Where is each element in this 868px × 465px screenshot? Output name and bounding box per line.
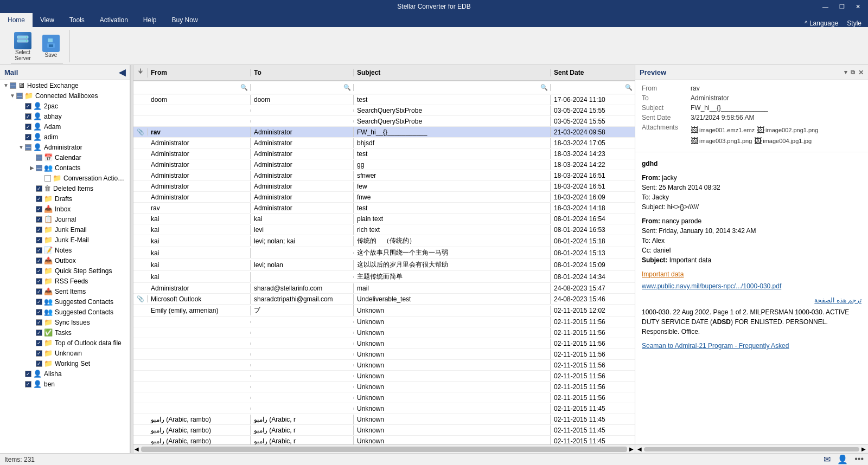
checkbox-junk1[interactable]: ✓ <box>36 227 42 233</box>
table-row[interactable]: Administrator Administrator fnwe 18-03-2… <box>133 192 635 203</box>
tree-item-notes[interactable]: ✓ 📝 Notes <box>0 245 130 255</box>
preview-close-icon[interactable]: ✕ <box>858 69 864 76</box>
checkbox-alisha[interactable]: ✓ <box>25 371 31 377</box>
table-row[interactable]: Emily (emily, armenian) ブ Unknown 02-11-… <box>133 305 635 317</box>
tree-item-rssfeeds[interactable]: ✓ 📁 RSS Feeds <box>0 276 130 286</box>
tab-tools[interactable]: Tools <box>62 13 92 27</box>
checkbox-contacts[interactable]: — <box>36 165 42 171</box>
checkbox-inbox[interactable]: ✓ <box>36 206 42 212</box>
table-row[interactable]: Unknown02-11-2015 11:56 <box>133 317 635 327</box>
tree-item-hosted[interactable]: ▼ — 🖥 Hosted Exchange <box>0 80 130 91</box>
more-options-button[interactable]: ••• <box>854 454 864 464</box>
tree-item-ben[interactable]: ✓ 👤 ben <box>0 379 130 389</box>
table-row[interactable]: Unknown02-11-2015 11:56 <box>133 382 635 392</box>
col-date-header[interactable]: Sent Date <box>551 69 635 76</box>
checkbox-quickstep[interactable]: ✓ <box>36 268 42 274</box>
checkbox-junk2[interactable]: ✓ <box>36 237 42 243</box>
tree-item-tasks[interactable]: ✓ ✅ Tasks <box>0 327 130 338</box>
close-button[interactable]: ✕ <box>852 3 864 10</box>
tree-item-syncissues[interactable]: ✓ 📁 Sync Issues <box>0 317 130 327</box>
table-row[interactable]: 📎 Microsoft Outlook sharadctripathi@gmai… <box>133 294 635 305</box>
tree-item-contacts[interactable]: ▶ — 👥 Contacts <box>0 163 130 173</box>
tab-help[interactable]: Help <box>136 13 164 27</box>
table-row[interactable]: SearchQueryStxProbe 03-05-2024 15:55 <box>133 116 635 127</box>
table-row[interactable]: Administrator Administrator bhjsdf 18-03… <box>133 138 635 148</box>
table-row[interactable]: kai 主题传统而简单 08-01-2024 14:34 <box>133 271 635 283</box>
preview-popout-icon[interactable]: ⧉ <box>851 69 855 76</box>
style-link[interactable]: Style <box>847 20 861 27</box>
table-row[interactable]: SearchQueryStxProbe 03-05-2024 15:55 <box>133 105 635 116</box>
col-subject-header[interactable]: Subject <box>354 69 551 76</box>
table-row[interactable]: Administrator Administrator sfnwer 18-03… <box>133 170 635 181</box>
table-row[interactable]: Unknown02-11-2015 11:56 <box>133 349 635 360</box>
tree-item-administrator[interactable]: ▼ — 👤 Administrator <box>0 142 130 152</box>
tree-item-adim[interactable]: ✓ 👤 adim <box>0 132 130 142</box>
tree-item-suggested2[interactable]: ✓ 👥 Suggested Contacts <box>0 307 130 317</box>
attachment-item[interactable]: 🖼 image001.emz1.emz <box>691 126 755 134</box>
table-row[interactable]: doom doom test 17-06-2024 11:10 <box>133 94 635 105</box>
tree-item-junk2[interactable]: ✓ 📁 Junk E-Mail <box>0 235 130 245</box>
tree-item-inbox[interactable]: ✓ 📥 Inbox <box>0 204 130 214</box>
search-from-input[interactable] <box>150 85 239 91</box>
checkbox-topoutlook[interactable]: ✓ <box>36 340 42 346</box>
checkbox-rssfeeds[interactable]: ✓ <box>36 278 42 285</box>
table-row[interactable]: Administrator Administrator gg 18-03-202… <box>133 159 635 170</box>
search-subject-input[interactable] <box>356 85 539 91</box>
tab-view[interactable]: View <box>33 13 62 27</box>
toggle-hosted[interactable]: ▼ <box>2 82 10 88</box>
preview-orange-link[interactable]: Important data <box>642 269 861 279</box>
tree-item-2pac[interactable]: ✓ 👤 2pac <box>0 101 130 111</box>
table-row[interactable]: رامبو (Arabic, rambo)رامبو (Arabic, rUnk… <box>133 414 635 425</box>
tree-item-conv-action[interactable]: 📁 Conversation Action Se… <box>0 173 130 183</box>
preview-arabic-link[interactable]: ترجم هذه الصفحة <box>642 295 861 305</box>
checkbox-connected[interactable]: — <box>16 93 23 99</box>
table-row[interactable]: Administrator Administrator few 18-03-20… <box>133 181 635 192</box>
checkbox-syncissues[interactable]: ✓ <box>36 319 42 326</box>
checkbox-notes[interactable]: ✓ <box>36 247 42 254</box>
attachment-item[interactable]: 🖼 image002.png1.png <box>757 126 818 134</box>
tree-item-connected[interactable]: ▼ — 📁 Connected Mailboxes <box>0 91 130 101</box>
email-hscroll[interactable]: ◀ ▶ <box>133 444 635 453</box>
tree-item-topoutlook[interactable]: ✓ 📁 Top of Outlook data file <box>0 338 130 348</box>
sidebar-collapse-icon[interactable]: ◀ <box>119 67 125 78</box>
table-row[interactable]: kai levi; nolan 这以以后的岁月里会有很大帮助 08-01-202… <box>133 259 635 271</box>
checkbox-drafts[interactable]: ✓ <box>36 196 42 202</box>
table-row[interactable]: Unknown02-11-2015 11:56 <box>133 338 635 349</box>
preview-seaman-link[interactable]: Seaman to Admiral-21 Program - Frequentl… <box>642 341 861 351</box>
hscroll-left[interactable]: ◀ <box>135 446 139 452</box>
table-row[interactable]: rav Administrator test 18-03-2024 14:18 <box>133 203 635 214</box>
checkbox-2pac[interactable]: ✓ <box>25 103 31 109</box>
table-row[interactable]: Administrator sharad@stellarinfo.com mai… <box>133 283 635 294</box>
preview-navy-link[interactable]: www.public.navy.mil/bupers-npc/.../1000-… <box>642 281 861 291</box>
mail-view-button[interactable]: ✉ <box>824 454 831 464</box>
table-row[interactable]: Administrator Administrator test 18-03-2… <box>133 148 635 159</box>
search-to-input[interactable] <box>253 85 342 91</box>
checkbox-hosted[interactable]: — <box>10 82 16 89</box>
attachment-item[interactable]: 🖼 image003.png1.png <box>691 137 752 145</box>
tree-item-abhay[interactable]: ✓ 👤 abhay <box>0 111 130 121</box>
tree-item-alisha[interactable]: ✓ 👤 Alisha <box>0 369 130 379</box>
checkbox-adam[interactable]: ✓ <box>25 124 31 130</box>
save-button[interactable]: Save <box>39 33 63 60</box>
checkbox-suggested1[interactable]: ✓ <box>36 299 42 305</box>
table-row[interactable]: Unknown02-11-2015 11:56 <box>133 371 635 382</box>
tree-item-outbox[interactable]: ✓ 📤 Outbox <box>0 255 130 266</box>
checkbox-conv-action[interactable] <box>44 175 51 182</box>
checkbox-calendar[interactable]: — <box>36 154 42 161</box>
table-row[interactable]: رامبو (Arabic, rambo)رامبو (Arabic, rUnk… <box>133 436 635 444</box>
table-row[interactable]: 📎 rav Administrator FW_hi__{}___________… <box>133 127 635 138</box>
table-row[interactable]: Unknown02-11-2015 11:56 <box>133 327 635 338</box>
tab-activation[interactable]: Activation <box>92 13 136 27</box>
select-server-button[interactable]: SelectServer <box>11 30 35 63</box>
restore-button[interactable]: ❐ <box>836 3 848 10</box>
table-row[interactable]: kai kai plain text 08-01-2024 16:54 <box>133 214 635 224</box>
toggle-contacts[interactable]: ▶ <box>28 165 36 171</box>
tree-item-deleted[interactable]: ✓ 🗑 Deleted Items <box>0 183 130 193</box>
tree-item-quickstep[interactable]: ✓ 📁 Quick Step Settings <box>0 266 130 276</box>
tree-item-suggested1[interactable]: ✓ 👥 Suggested Contacts <box>0 296 130 307</box>
table-row[interactable]: Unknown02-11-2015 11:56 <box>133 360 635 371</box>
tab-buynow[interactable]: Buy Now <box>164 13 206 27</box>
language-link[interactable]: ^ Language <box>805 20 838 27</box>
checkbox-sentitems[interactable]: ✓ <box>36 288 42 295</box>
checkbox-suggested2[interactable]: ✓ <box>36 309 42 315</box>
